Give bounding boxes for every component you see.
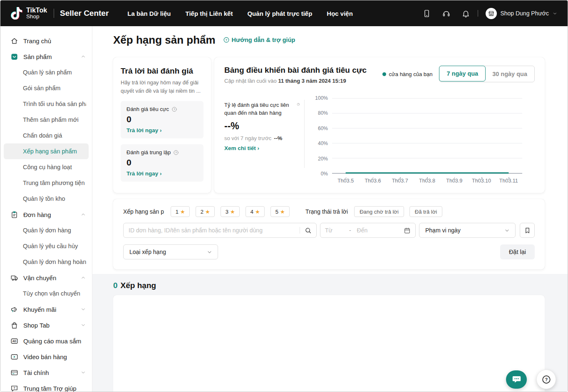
sidebar-item-16[interactable]: Tùy chọn vận chuyển bbox=[0, 286, 92, 301]
sidebar-item-20[interactable]: Video bán hàng bbox=[0, 349, 92, 365]
view-details-link[interactable]: Xem chi tiết › bbox=[224, 145, 300, 151]
sidebar-item-11[interactable]: Đơn hàng bbox=[0, 207, 92, 222]
star-icon: ★ bbox=[280, 209, 285, 214]
chevron-down-icon bbox=[552, 11, 558, 16]
sidebar-menu: Trang chủSản phẩmQuản lý sản phẩmGói sản… bbox=[0, 33, 92, 392]
x-tick-label: Th03.11 bbox=[495, 178, 522, 185]
star-filter-3[interactable]: 3★ bbox=[221, 206, 240, 217]
svg-text:?: ? bbox=[225, 39, 227, 42]
sidebar-item-12[interactable]: Quản lý dơn hàng bbox=[0, 222, 92, 238]
sidebar-item-19[interactable]: ADQuảng cáo mua sắm bbox=[0, 333, 92, 349]
question-circle-icon[interactable]: ? bbox=[297, 101, 300, 107]
sidebar-item-22[interactable]: ?Trung tâm Trợ giúp bbox=[0, 380, 92, 392]
review-card-title: Trả lời bài đánh giá bbox=[121, 67, 203, 76]
sidebar-item-1[interactable]: Sản phẩm bbox=[0, 49, 92, 64]
y-tick-label: 20% bbox=[318, 156, 328, 162]
topbar-nav-item-3[interactable]: Học viện bbox=[327, 10, 353, 17]
account-menu[interactable]: Shop Dung Phước bbox=[486, 8, 558, 19]
shipping-icon bbox=[10, 274, 18, 282]
sidebar-item-6[interactable]: Chẩn doán giá bbox=[0, 128, 92, 143]
star-filter-2[interactable]: 2★ bbox=[196, 206, 215, 217]
question-circle-icon[interactable]: ? bbox=[171, 106, 177, 112]
sidebar-item-9[interactable]: Trung tâm phương tiện bbox=[0, 175, 92, 191]
status-filter-buttons: Đang chờ trả lờiĐã trả lời bbox=[354, 206, 442, 217]
topbar-nav-item-2[interactable]: Quản lý phát trực tiếp bbox=[247, 10, 312, 17]
page-title: Xếp hạng sản phẩm bbox=[113, 32, 216, 48]
y-tick-label: 80% bbox=[318, 110, 328, 116]
star-filter-4[interactable]: 4★ bbox=[246, 206, 265, 217]
date-range-select[interactable]: Phạm vi ngày bbox=[419, 223, 516, 238]
reply-now-link[interactable]: Trả lời ngay › bbox=[126, 127, 198, 133]
sidebar-item-17[interactable]: Khuyến mãi bbox=[0, 301, 92, 317]
tiktok-shop-logo[interactable]: TikTok Shop bbox=[10, 7, 47, 20]
sidebar-item-7-active[interactable]: Xếp hạng sản phẩm bbox=[4, 143, 89, 159]
mobile-app-icon[interactable] bbox=[422, 9, 431, 18]
seller-center-title[interactable]: Seller Center bbox=[60, 9, 109, 18]
product-icon bbox=[10, 53, 18, 61]
sidebar-item-8[interactable]: Công cụ hàng loạt bbox=[0, 159, 92, 175]
save-filter-bookmark-button[interactable] bbox=[520, 223, 535, 238]
star-filter-5[interactable]: 5★ bbox=[270, 206, 290, 217]
search-box bbox=[123, 223, 317, 238]
range-tab-7-days[interactable]: 7 ngày qua bbox=[439, 66, 486, 81]
chevron-down-icon bbox=[206, 249, 213, 255]
support-headset-icon[interactable] bbox=[442, 9, 451, 18]
topbar-nav-item-1[interactable]: Tiếp thị Liên kết bbox=[186, 10, 233, 17]
chat-support-button[interactable] bbox=[506, 370, 527, 389]
results-label: Xếp hạng bbox=[121, 281, 156, 290]
star-filter-buttons: 1★2★3★4★5★ bbox=[171, 206, 290, 217]
status-filter-1[interactable]: Đã trả lời bbox=[409, 206, 442, 217]
gridline bbox=[332, 98, 522, 99]
stat-value: 0 bbox=[126, 114, 198, 124]
star-filter-1[interactable]: 1★ bbox=[171, 206, 190, 217]
main-content: Xếp hạng sản phẩm ? Hướng dẫn & trợ giúp… bbox=[92, 26, 568, 392]
home-icon bbox=[10, 37, 18, 45]
chevron-down-icon bbox=[80, 370, 86, 375]
topbar: TikTok Shop Seller Center La bàn Dữ liệu… bbox=[0, 0, 568, 26]
calendar-icon bbox=[404, 227, 411, 234]
sidebar-item-5[interactable]: Thêm sản phẩm mới bbox=[0, 112, 92, 128]
shop-avatar bbox=[486, 8, 497, 19]
x-tick-label: Th03.8 bbox=[414, 178, 441, 185]
star-icon: ★ bbox=[255, 209, 260, 214]
negative-rate-metric: Tỷ lệ đánh giá tiêu cực liên quan đến nh… bbox=[224, 95, 300, 185]
search-icon[interactable] bbox=[305, 227, 312, 234]
y-tick-label: 0% bbox=[321, 171, 328, 177]
sidebar-item-0[interactable]: Trang chủ bbox=[0, 33, 92, 49]
legend-dot bbox=[382, 72, 386, 76]
results-heading: 0Xếp hạng bbox=[113, 281, 545, 290]
sidebar-item-10[interactable]: Quản lý tồn kho bbox=[0, 191, 92, 207]
svg-text:?: ? bbox=[175, 151, 177, 154]
notifications-bell-icon[interactable] bbox=[461, 9, 470, 18]
stat-label: Đánh giá tiêu cực bbox=[126, 106, 169, 112]
shoptab-icon bbox=[10, 321, 18, 329]
gridline bbox=[332, 113, 522, 113]
help-guide-link[interactable]: ? Hướng dẫn & trợ giúp bbox=[223, 37, 295, 43]
reset-button[interactable]: Đặt lại bbox=[500, 244, 535, 259]
sidebar-item-21[interactable]: Tài chính bbox=[0, 365, 92, 380]
rating-type-select[interactable]: Loại xếp hạng bbox=[123, 244, 218, 259]
sidebar-item-2[interactable]: Quản lý sản phẩm bbox=[0, 64, 92, 80]
sidebar-item-14[interactable]: Quản lý dơn hàng hoàn ... bbox=[0, 254, 92, 270]
help-floating-button[interactable]: ? bbox=[536, 370, 556, 389]
review-card-description: Hãy trả lời ngay hôm nay để giải quyết v… bbox=[121, 79, 203, 95]
sidebar-item-3[interactable]: Gói sản phẩm bbox=[0, 80, 92, 96]
date-range-input[interactable]: Từ - Đến bbox=[320, 223, 416, 238]
date-from-placeholder: Từ bbox=[325, 227, 332, 234]
search-input[interactable] bbox=[124, 227, 300, 234]
sidebar-item-4[interactable]: Trình tối ưu hóa sản phẩ... bbox=[0, 96, 92, 112]
sidebar: Trang chủSản phẩmQuản lý sản phẩmGói sản… bbox=[0, 26, 92, 392]
reply-now-link[interactable]: Trả lời ngay › bbox=[126, 170, 198, 177]
sidebar-item-13[interactable]: Quản lý yêu cầu hủy bbox=[0, 238, 92, 254]
range-tab-30-days[interactable]: 30 ngày qua bbox=[485, 66, 534, 82]
filter-panel: Xếp hạng sản p 1★2★3★4★5★ Trạng thái trả… bbox=[113, 199, 545, 269]
date-range-toggle: 7 ngày qua 30 ngày qua bbox=[439, 66, 535, 82]
star-icon: ★ bbox=[205, 209, 210, 214]
sidebar-item-18[interactable]: Shop Tab bbox=[0, 317, 92, 333]
question-circle-icon[interactable]: ? bbox=[173, 150, 179, 155]
svg-text:?: ? bbox=[298, 104, 299, 105]
dashboard-updated: Cập nhật lần cuối vào 11 tháng 3 năm 202… bbox=[224, 78, 367, 84]
topbar-nav-item-0[interactable]: La bàn Dữ liệu bbox=[127, 10, 171, 17]
status-filter-0[interactable]: Đang chờ trả lời bbox=[354, 206, 404, 217]
sidebar-item-15[interactable]: Vận chuyển bbox=[0, 270, 92, 286]
